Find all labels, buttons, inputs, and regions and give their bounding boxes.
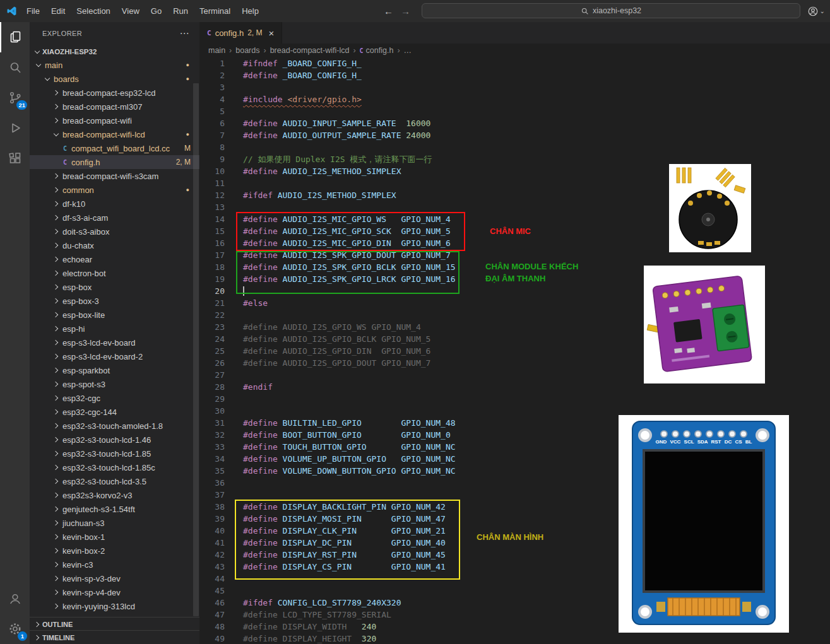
line-number[interactable]: 2 bbox=[199, 69, 225, 81]
chevron-right-icon[interactable] bbox=[51, 504, 61, 514]
chevron-right-icon[interactable] bbox=[51, 88, 61, 98]
chevron-right-icon[interactable] bbox=[51, 254, 61, 264]
line-number[interactable]: 25 bbox=[199, 345, 225, 357]
chevron-down-icon[interactable]: ⌄ bbox=[820, 8, 825, 15]
line-number[interactable]: 17 bbox=[199, 249, 225, 261]
chevron-right-icon[interactable] bbox=[51, 601, 61, 611]
breadcrumb-symbol-more[interactable]: … bbox=[404, 46, 412, 55]
line-number[interactable]: 37 bbox=[199, 489, 225, 501]
line-number[interactable]: 6 bbox=[199, 117, 225, 129]
tree-item-esp32-cgc[interactable]: esp32-cgc bbox=[30, 391, 199, 405]
line-number[interactable]: 20 bbox=[199, 285, 225, 297]
chevron-right-icon[interactable] bbox=[51, 393, 61, 403]
line-number[interactable]: 35 bbox=[199, 465, 225, 477]
line-number[interactable]: 36 bbox=[199, 477, 225, 489]
line-number[interactable]: 43 bbox=[199, 561, 225, 573]
tree-item-esp32s3-korvo2-v3[interactable]: esp32s3-korvo2-v3 bbox=[30, 488, 199, 502]
chevron-right-icon[interactable] bbox=[51, 199, 61, 209]
tree-item-esp-box[interactable]: esp-box bbox=[30, 280, 199, 294]
tree-item-esp-hi[interactable]: esp-hi bbox=[30, 322, 199, 336]
tree-item-electron-bot[interactable]: electron-bot bbox=[30, 266, 199, 280]
tree-item-kevin-box-2[interactable]: kevin-box-2 bbox=[30, 544, 199, 558]
chevron-right-icon[interactable] bbox=[51, 337, 61, 348]
code-line-7[interactable]: 7#define AUDIO_OUTPUT_SAMPLE_RATE 24000 bbox=[199, 129, 830, 141]
more-actions-icon[interactable]: ⋯ bbox=[180, 28, 189, 39]
menu-terminal[interactable]: Terminal bbox=[194, 0, 236, 22]
close-icon[interactable]: × bbox=[269, 28, 275, 38]
tree-item-kevin-sp-v4-dev[interactable]: kevin-sp-v4-dev bbox=[30, 585, 199, 599]
line-number[interactable]: 24 bbox=[199, 333, 225, 345]
code-line-6[interactable]: 6#define AUDIO_INPUT_SAMPLE_RATE 16000 bbox=[199, 117, 830, 129]
line-number[interactable]: 33 bbox=[199, 441, 225, 453]
code-line-49[interactable]: 49#define DISPLAY_HEIGHT 320 bbox=[199, 633, 830, 644]
menu-file[interactable]: File bbox=[21, 0, 45, 22]
tree-item-esp-box-lite[interactable]: esp-box-lite bbox=[30, 308, 199, 322]
tree-item-esp-s3-lcd-ev-board-2[interactable]: esp-s3-lcd-ev-board-2 bbox=[30, 349, 199, 363]
tree-item-df-s3-ai-cam[interactable]: df-s3-ai-cam bbox=[30, 211, 199, 225]
code-line-2[interactable]: 2#define _BOARD_CONFIG_H_ bbox=[199, 69, 830, 81]
line-number[interactable]: 4 bbox=[199, 93, 225, 105]
menu-view[interactable]: View bbox=[116, 0, 145, 22]
tree-item-kevin-box-1[interactable]: kevin-box-1 bbox=[30, 530, 199, 544]
line-number[interactable]: 40 bbox=[199, 525, 225, 537]
tree-item-esp32-s3-touch-lcd-1.85c[interactable]: esp32-s3-touch-lcd-1.85c bbox=[30, 460, 199, 474]
tree-item-genjutech-s3-1.54tft[interactable]: genjutech-s3-1.54tft bbox=[30, 502, 199, 516]
tree-item-esp-s3-lcd-ev-board[interactable]: esp-s3-lcd-ev-board bbox=[30, 336, 199, 349]
code-line-5[interactable]: 5 bbox=[199, 105, 830, 117]
tab-config-h[interactable]: C config.h 2, M × bbox=[199, 22, 282, 44]
line-number[interactable]: 5 bbox=[199, 105, 225, 117]
menu-edit[interactable]: Edit bbox=[45, 0, 71, 22]
code-line-3[interactable]: 3 bbox=[199, 81, 830, 93]
tree-item-esp32-s3-touch-lcd-1.85[interactable]: esp32-s3-touch-lcd-1.85 bbox=[30, 447, 199, 460]
line-number[interactable]: 42 bbox=[199, 549, 225, 561]
activity-settings[interactable]: 1 bbox=[0, 614, 30, 644]
tree-item-compact_wifi_board_lcd.cc[interactable]: Ccompact_wifi_board_lcd.ccM bbox=[30, 141, 199, 155]
chevron-right-icon[interactable] bbox=[51, 171, 61, 181]
line-number[interactable]: 49 bbox=[199, 633, 225, 644]
breadcrumb-item-main[interactable]: main bbox=[208, 46, 225, 55]
line-number[interactable]: 11 bbox=[199, 177, 225, 189]
chevron-right-icon[interactable] bbox=[51, 115, 61, 126]
chevron-right-icon[interactable] bbox=[51, 296, 61, 306]
tree-item-bread-compact-wifi-s3cam[interactable]: bread-compact-wifi-s3cam bbox=[30, 169, 199, 183]
tree-item-bread-compact-ml307[interactable]: bread-compact-ml307 bbox=[30, 100, 199, 114]
code-line-1[interactable]: 1#ifndef _BOARD_CONFIG_H_ bbox=[199, 57, 830, 69]
line-number[interactable]: 7 bbox=[199, 129, 225, 141]
menu-selection[interactable]: Selection bbox=[71, 0, 116, 22]
chevron-right-icon[interactable] bbox=[51, 448, 61, 459]
activity-extensions[interactable] bbox=[0, 143, 30, 173]
outline-section[interactable]: OUTLINE bbox=[30, 617, 199, 631]
line-number[interactable]: 15 bbox=[199, 225, 225, 237]
chevron-right-icon[interactable] bbox=[51, 546, 61, 556]
line-number[interactable]: 27 bbox=[199, 369, 225, 381]
tree-item-bread-compact-wifi[interactable]: bread-compact-wifi bbox=[30, 114, 199, 127]
line-number[interactable]: 22 bbox=[199, 309, 225, 321]
line-number[interactable]: 38 bbox=[199, 501, 225, 513]
line-number[interactable]: 12 bbox=[199, 189, 225, 201]
chevron-right-icon[interactable] bbox=[51, 365, 61, 375]
search-box[interactable]: xiaozhi-esp32 bbox=[422, 3, 800, 18]
line-number[interactable]: 31 bbox=[199, 417, 225, 429]
chevron-right-icon[interactable] bbox=[51, 310, 61, 320]
chevron-right-icon[interactable] bbox=[51, 324, 61, 334]
line-number[interactable]: 19 bbox=[199, 273, 225, 285]
line-number[interactable]: 32 bbox=[199, 429, 225, 441]
line-number[interactable]: 48 bbox=[199, 621, 225, 633]
activity-source-control[interactable]: 21 bbox=[0, 83, 30, 113]
tree-item-esp-sparkbot[interactable]: esp-sparkbot bbox=[30, 363, 199, 377]
sidebar-scrollbar[interactable] bbox=[193, 83, 199, 616]
line-number[interactable]: 21 bbox=[199, 297, 225, 309]
code-line-4[interactable]: 4#include <driver/gpio.h> bbox=[199, 93, 830, 105]
chevron-right-icon[interactable] bbox=[51, 351, 61, 361]
line-number[interactable]: 30 bbox=[199, 405, 225, 417]
line-number[interactable]: 29 bbox=[199, 393, 225, 405]
chevron-right-icon[interactable] bbox=[51, 268, 61, 278]
tree-item-kevin-sp-v3-dev[interactable]: kevin-sp-v3-dev bbox=[30, 571, 199, 585]
tree-item-common[interactable]: common● bbox=[30, 183, 199, 197]
line-number[interactable]: 13 bbox=[199, 201, 225, 213]
breadcrumb-item-board-folder[interactable]: bread-compact-wifi-lcd bbox=[270, 46, 350, 55]
activity-search[interactable] bbox=[0, 52, 30, 83]
menu-go[interactable]: Go bbox=[145, 0, 167, 22]
chevron-down-icon[interactable] bbox=[42, 74, 52, 84]
chevron-right-icon[interactable] bbox=[51, 213, 61, 223]
